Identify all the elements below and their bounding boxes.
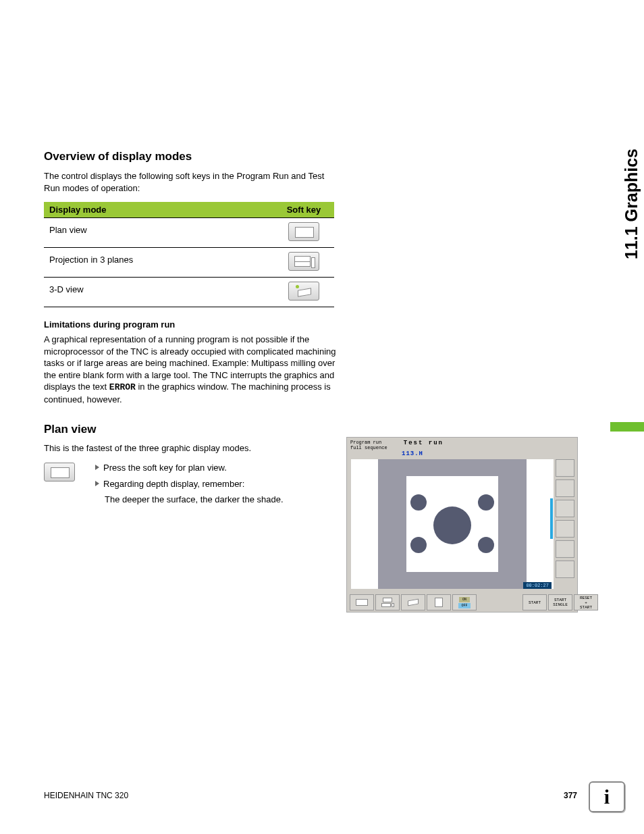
bullet-text: Regarding depth display, remember: xyxy=(103,479,244,489)
ss-slider-indicator xyxy=(550,498,553,539)
col-display-mode: Display mode xyxy=(44,202,273,218)
ss-mode-line2: full sequence xyxy=(350,445,387,450)
page-footer: HEIDENHAIN TNC 320 377 xyxy=(44,791,577,800)
row-label: Projection in 3 planes xyxy=(44,248,273,278)
three-planes-icon xyxy=(288,252,319,271)
col-soft-key: Soft key xyxy=(273,202,334,218)
ss-mode-line1: Program run xyxy=(350,440,381,445)
row-label: Plan view xyxy=(44,218,273,248)
ss-sk-start: START xyxy=(522,594,547,610)
bullet-indent-text: The deeper the surface, the darker the s… xyxy=(105,493,284,506)
table-row: Projection in 3 planes xyxy=(44,248,334,278)
display-modes-table: Display mode Soft key Plan view Projecti… xyxy=(44,202,334,307)
plan-view-softkey-icon xyxy=(44,463,75,481)
error-code: ERROR xyxy=(109,382,136,392)
heading-plan-view: Plan view xyxy=(44,423,597,436)
bullet-text: Press the soft key for plan view. xyxy=(103,463,227,473)
ss-sk-3planes-icon xyxy=(375,594,400,610)
plan-view-icon xyxy=(288,222,319,241)
ss-sk-3d-icon xyxy=(401,594,425,610)
three-d-icon xyxy=(288,282,319,301)
ss-right-softkeys xyxy=(556,459,574,589)
page-number: 377 xyxy=(564,791,577,800)
overview-intro: The control displays the following soft … xyxy=(44,170,334,194)
limitations-text: A graphical representation of a running … xyxy=(44,334,341,405)
footer-left: HEIDENHAIN TNC 320 xyxy=(44,791,128,800)
tnc-screenshot: Program run full sequence Test run 113.H… xyxy=(346,437,578,613)
ss-sk-reset-start: RESET + START xyxy=(574,594,598,610)
ss-graphics-area xyxy=(351,459,554,589)
ss-bottom-softkeys: ON OFF START START SINGLE RESET + START xyxy=(350,594,598,610)
table-row: 3-D view xyxy=(44,278,334,307)
section-side-tab: 11.1 Graphics xyxy=(619,149,644,259)
info-icon: i xyxy=(604,785,610,808)
side-green-marker xyxy=(610,422,644,432)
ss-file: 113.H xyxy=(402,450,574,457)
triangle-bullet-icon xyxy=(95,465,99,470)
limitations-heading: Limitations during program run xyxy=(44,319,597,330)
heading-overview: Overview of display modes xyxy=(44,150,597,163)
info-icon-box: i xyxy=(589,781,625,812)
bullet-list: Press the soft key for plan view. Regard… xyxy=(95,461,284,506)
ss-title: Test run xyxy=(404,440,444,446)
ss-sk-info-icon xyxy=(427,594,451,610)
ss-sk-plan-icon xyxy=(350,594,374,610)
table-row: Plan view xyxy=(44,218,334,248)
ss-sk-start-single: START SINGLE xyxy=(548,594,572,610)
ss-sk-on-off: ON OFF xyxy=(452,594,477,610)
triangle-bullet-icon xyxy=(95,481,99,486)
ss-timer: 00:02:27 xyxy=(523,582,552,589)
row-label: 3-D view xyxy=(44,278,273,307)
